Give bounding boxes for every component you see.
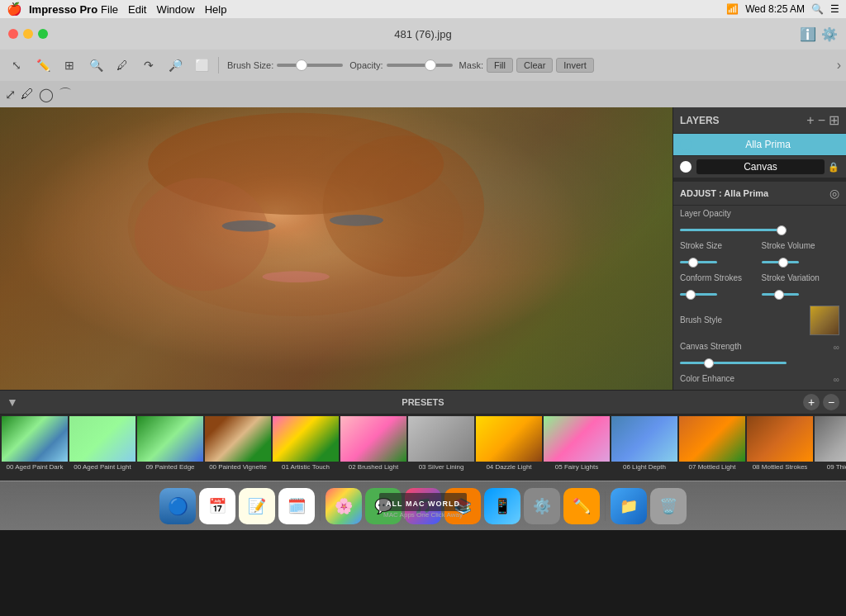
adjust-title: ADJUST : Alla Prima [680, 188, 829, 198]
dock-item-draw[interactable]: ✏️ [563, 488, 600, 524]
pen-icon[interactable]: 🖊 [21, 87, 34, 102]
layer-item-canvas[interactable]: Canvas 🔒 [673, 156, 846, 178]
preset-thumb-8 [544, 416, 610, 462]
preset-item-7[interactable]: 04 Dazzle Light [476, 416, 542, 479]
draw-icon: ✏️ [573, 497, 591, 515]
stroke-two-col: Stroke Size Stroke Volume [680, 241, 839, 267]
brush-tool[interactable]: ✏️ [31, 54, 55, 77]
menu-help[interactable]: Help [205, 3, 227, 16]
dock-item-notes[interactable]: 📝 [239, 488, 275, 524]
dock-item-appstore[interactable]: 📱 [484, 488, 520, 524]
move-icon[interactable]: ⤢ [5, 87, 16, 102]
preset-item-3[interactable]: 00 Painted Vignette [205, 416, 271, 479]
conform-strokes-slider[interactable] [680, 293, 717, 296]
menu-file[interactable]: File [101, 3, 118, 16]
filmstrip[interactable]: 00 Aged Paint Dark 00 Aged Paint Light 0… [0, 415, 846, 481]
canvas-strength-link-icon[interactable]: ∞ [834, 343, 839, 352]
path-tool[interactable]: 🖊 [111, 54, 134, 77]
adjust-scroll-area[interactable]: Layer Opacity Stroke Size Stroke Volume [673, 206, 846, 390]
preset-item-10[interactable]: 07 Mottled Light [679, 416, 745, 479]
filmstrip-add-button[interactable]: + [803, 394, 820, 410]
brush-preview[interactable] [810, 306, 839, 335]
layer-item-alla-prima[interactable]: Alla Prima [673, 134, 846, 156]
menu-window[interactable]: Window [156, 3, 194, 16]
move-tool[interactable]: ⤡ [5, 54, 28, 77]
menu-edit[interactable]: Edit [128, 3, 146, 16]
dock-item-photos[interactable]: 🌸 [326, 488, 362, 524]
settings-icon[interactable]: ⚙️ [821, 26, 838, 42]
notes-icon: 📝 [248, 497, 266, 515]
wifi-icon: 📶 [726, 3, 739, 15]
svg-point-6 [330, 215, 383, 226]
preset-item-8[interactable]: 05 Fairy Lights [544, 416, 610, 479]
stroke-variation-slider[interactable] [762, 293, 799, 296]
dock-item-trash[interactable]: 🗑️ [650, 488, 687, 524]
dock-item-preferences[interactable]: ⚙️ [524, 488, 560, 524]
app-name[interactable]: Impresso Pro [29, 3, 97, 16]
zoom-in-tool[interactable]: 🔍 [84, 54, 107, 77]
preset-item-11[interactable]: 08 Mottled Strokes [747, 416, 813, 479]
preset-item-9[interactable]: 06 Light Depth [611, 416, 677, 479]
preset-item-12[interactable]: 09 Thick Paint [815, 416, 846, 479]
menu-icon[interactable]: ☰ [830, 3, 839, 15]
toolbar-expand-arrow[interactable]: › [837, 58, 841, 73]
filmstrip-collapse-arrow[interactable]: ▼ [7, 396, 18, 409]
dock-item-calendar[interactable]: 📅 [199, 488, 235, 524]
dock-item-finder[interactable]: 🔵 [159, 488, 196, 524]
preset-item-4[interactable]: 01 Artistic Touch [273, 416, 339, 479]
search-icon[interactable]: 🔍 [811, 3, 824, 15]
stroke-size-slider[interactable] [680, 261, 717, 263]
clear-button[interactable]: Clear [516, 58, 553, 73]
layers-add-button[interactable]: + [806, 113, 814, 128]
preset-thumb-3 [205, 416, 271, 462]
layers-remove-button[interactable]: − [818, 113, 825, 128]
layers-options-button[interactable]: ⊞ [829, 112, 839, 128]
photos-icon: 🌸 [335, 497, 353, 515]
eraser-icon[interactable]: ◯ [39, 87, 54, 102]
brush-style-section: Brush Style [680, 315, 810, 326]
preset-item-6[interactable]: 03 Silver Lining [408, 416, 474, 479]
preset-item-5[interactable]: 02 Brushed Light [340, 416, 406, 479]
adjust-header: ADJUST : Alla Prima ◎ [673, 182, 846, 206]
crop-tool[interactable]: ⊞ [58, 54, 81, 77]
export-tool[interactable]: ⬜ [190, 54, 213, 77]
preset-label-5: 02 Brushed Light [340, 462, 406, 473]
preset-item-0[interactable]: 00 Aged Paint Dark [2, 416, 68, 479]
rotate-tool[interactable]: ↷ [137, 54, 160, 77]
minimize-button[interactable] [23, 29, 33, 39]
canvas-strength-label: Canvas Strength [680, 342, 834, 351]
preset-thumb-1 [69, 416, 135, 462]
preset-item-1[interactable]: 00 Aged Paint Light [69, 416, 135, 479]
dock-item-books[interactable]: 📚 [444, 488, 481, 524]
invert-button[interactable]: Invert [556, 58, 594, 73]
layers-title: LAYERS [680, 115, 803, 126]
dock-separator-2 [605, 491, 606, 521]
layer-opacity-slider[interactable] [680, 229, 787, 231]
fill-button[interactable]: Fill [487, 58, 513, 73]
layers-header: LAYERS + − ⊞ [673, 107, 846, 134]
canvas-strength-slider[interactable] [680, 362, 787, 364]
dock-item-messages[interactable]: 💬 [365, 488, 402, 524]
stroke-variation-label: Stroke Variation [762, 273, 840, 282]
lasso-icon[interactable]: ⌒ [59, 86, 72, 103]
window-controls [8, 29, 48, 39]
dock-item-files[interactable]: 📁 [611, 488, 647, 524]
canvas-area[interactable] [0, 107, 673, 390]
preset-item-2[interactable]: 09 Painted Edge [137, 416, 203, 479]
dock-item-calendar2[interactable]: 🗓️ [278, 488, 315, 524]
close-button[interactable] [8, 29, 18, 39]
preset-thumb-0 [2, 416, 68, 462]
info-icon[interactable]: ℹ️ [800, 26, 816, 42]
adjust-icon[interactable]: ◎ [829, 187, 839, 200]
maximize-button[interactable] [38, 29, 48, 39]
color-enhance-link-icon[interactable]: ∞ [834, 375, 839, 384]
filmstrip-remove-button[interactable]: − [823, 394, 839, 410]
conform-strokes-col: Conform Strokes [680, 273, 758, 299]
stroke-volume-slider[interactable] [762, 261, 799, 263]
brush-size-slider[interactable] [277, 64, 343, 67]
zoom-fit-tool[interactable]: 🔎 [164, 54, 187, 77]
apple-menu-icon[interactable]: 🍎 [7, 2, 22, 17]
opacity-slider[interactable] [387, 64, 453, 67]
preferences-icon: ⚙️ [533, 497, 551, 515]
dock-item-music[interactable]: 🎵 [405, 488, 441, 524]
